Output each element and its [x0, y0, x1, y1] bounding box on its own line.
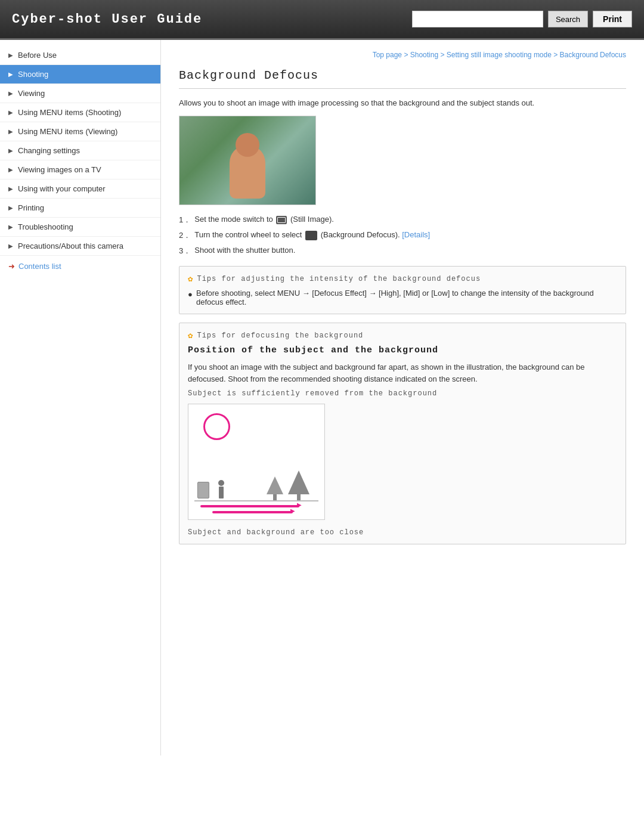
- sidebar: ▶ Before Use ▶ Shooting ▶ Viewing ▶ Usin…: [0, 40, 161, 755]
- sidebar-item-label: Using MENU items (Viewing): [18, 127, 117, 136]
- person-diagram-icon: [218, 480, 224, 498]
- sidebar-item-viewing[interactable]: ▶ Viewing: [0, 84, 160, 103]
- step-number: 3．: [179, 246, 191, 256]
- sidebar-item-label: Changing settings: [18, 146, 80, 155]
- header: Cyber-shot User Guide Search Print: [0, 0, 644, 40]
- breadcrumb-setting[interactable]: Setting still image shooting mode: [447, 51, 552, 59]
- tips-adjusting-content: ● Before shooting, select MENU → [Defocu…: [188, 289, 617, 306]
- search-input[interactable]: [412, 11, 543, 27]
- breadcrumb-top[interactable]: Top page: [373, 51, 402, 59]
- arrow-icon: ▶: [8, 147, 13, 154]
- step-number: 1．: [179, 215, 191, 225]
- arrows-diagram: ▶ ▶: [194, 505, 318, 513]
- caption-sufficient: Subject is sufficiently removed from the…: [188, 389, 617, 398]
- arrow-icon: ▶: [8, 128, 13, 135]
- step-1: 1． Set the mode switch to (Still Image).: [179, 215, 626, 225]
- arrow-icon: ▶: [8, 71, 13, 78]
- sidebar-item-tv[interactable]: ▶ Viewing images on a TV: [0, 160, 160, 179]
- sidebar-item-troubleshooting[interactable]: ▶ Troubleshooting: [0, 218, 160, 237]
- steps-list: 1． Set the mode switch to (Still Image).…: [179, 215, 626, 256]
- photo-child-figure: [230, 145, 265, 199]
- content-area: Top page > Shooting > Setting still imag…: [161, 40, 644, 755]
- step-3: 3． Shoot with the shutter button.: [179, 246, 626, 256]
- arrow-icon: ▶: [8, 52, 13, 58]
- search-button[interactable]: Search: [548, 11, 588, 27]
- sidebar-item-before-use[interactable]: ▶ Before Use: [0, 46, 160, 65]
- sidebar-item-label: Before Use: [18, 51, 57, 60]
- sample-photo: [179, 116, 316, 205]
- sidebar-item-precautions[interactable]: ▶ Precautions/About this camera: [0, 237, 160, 256]
- arrow-icon: ▶: [8, 224, 13, 230]
- step-text: Set the mode switch to (Still Image).: [194, 215, 334, 224]
- tips-adjusting-box: ✿ Tips for adjusting the intensity of th…: [179, 266, 626, 314]
- tips-sun-icon: ✿: [188, 330, 193, 340]
- sidebar-item-label: Viewing: [18, 89, 45, 98]
- contents-list-label: Contents list: [18, 262, 61, 271]
- intro-text: Allows you to shoot an image with image …: [179, 98, 626, 107]
- arrow-icon: ▶: [8, 90, 13, 97]
- still-image-icon: [276, 216, 287, 224]
- position-heading: Position of the subject and the backgrou…: [188, 345, 617, 355]
- position-body: If you shoot an image with the subject a…: [188, 361, 617, 385]
- tips-bullet: ● Before shooting, select MENU → [Defocu…: [188, 289, 617, 306]
- breadcrumb-shooting[interactable]: Shooting: [410, 51, 438, 59]
- arrow-right-icon: ➜: [8, 262, 15, 271]
- tree-trunk: [297, 494, 301, 500]
- step-text: Turn the control wheel to select (Backgr…: [194, 230, 430, 240]
- breadcrumb-current: Background Defocus: [560, 51, 626, 59]
- arrow-icon: ▶: [8, 205, 13, 211]
- tips-defocusing-title: ✿ Tips for defocusing the background: [188, 330, 617, 340]
- sidebar-item-label: Shooting: [18, 70, 48, 79]
- main-layout: ▶ Before Use ▶ Shooting ▶ Viewing ▶ Usin…: [0, 40, 644, 755]
- arrow-icon: ▶: [8, 109, 13, 116]
- trees-diagram-icon: [267, 470, 309, 500]
- photo-child-head: [236, 133, 259, 157]
- details-link[interactable]: [Details]: [402, 230, 430, 239]
- sidebar-item-menu-viewing[interactable]: ▶ Using MENU items (Viewing): [0, 122, 160, 141]
- person-body: [219, 487, 224, 498]
- step-2: 2． Turn the control wheel to select (Bac…: [179, 230, 626, 241]
- sidebar-item-label: Precautions/About this camera: [18, 241, 123, 250]
- tree-top: [267, 476, 283, 494]
- target-circle-icon: [203, 413, 230, 440]
- step-number: 2．: [179, 230, 191, 241]
- arrow-right-icon: ▶: [290, 507, 295, 514]
- tree-trunk: [273, 494, 277, 500]
- bullet-icon: ●: [188, 290, 193, 299]
- camera-diagram-icon: [197, 482, 209, 498]
- caption-close: Subject and background are too close: [188, 528, 617, 537]
- bg-defocus-icon: [305, 231, 317, 240]
- sidebar-item-label: Using with your computer: [18, 184, 106, 193]
- tree-top: [288, 470, 309, 494]
- sidebar-item-label: Troubleshooting: [18, 222, 73, 231]
- sidebar-item-shooting[interactable]: ▶ Shooting: [0, 65, 160, 84]
- tree-icon: [267, 476, 283, 500]
- sidebar-item-changing-settings[interactable]: ▶ Changing settings: [0, 141, 160, 160]
- tips-adjusting-title: ✿ Tips for adjusting the intensity of th…: [188, 274, 617, 284]
- tips-defocusing-box: ✿ Tips for defocusing the background Pos…: [179, 323, 626, 544]
- sidebar-item-menu-shooting[interactable]: ▶ Using MENU items (Shooting): [0, 103, 160, 122]
- arrow-icon: ▶: [8, 166, 13, 173]
- arrow-right-icon: ▶: [297, 501, 302, 508]
- sidebar-item-label: Printing: [18, 203, 44, 212]
- tree-icon: [288, 470, 309, 500]
- header-controls: Search Print: [412, 11, 632, 27]
- sidebar-item-label: Viewing images on a TV: [18, 165, 101, 174]
- person-head: [218, 480, 224, 486]
- step-text: Shoot with the shutter button.: [194, 246, 295, 255]
- diagram-sufficient: ▶ ▶: [188, 404, 325, 520]
- contents-list-link[interactable]: ➜ Contents list: [0, 256, 160, 277]
- sidebar-item-label: Using MENU items (Shooting): [18, 108, 121, 117]
- app-title: Cyber-shot User Guide: [12, 12, 202, 27]
- print-button[interactable]: Print: [593, 11, 632, 27]
- tips-sun-icon: ✿: [188, 274, 193, 284]
- breadcrumb: Top page > Shooting > Setting still imag…: [179, 51, 626, 59]
- page-title: Background Defocus: [179, 69, 626, 89]
- sidebar-item-computer[interactable]: ▶ Using with your computer: [0, 179, 160, 199]
- sidebar-item-printing[interactable]: ▶ Printing: [0, 199, 160, 218]
- arrow-icon: ▶: [8, 185, 13, 192]
- arrow-icon: ▶: [8, 243, 13, 249]
